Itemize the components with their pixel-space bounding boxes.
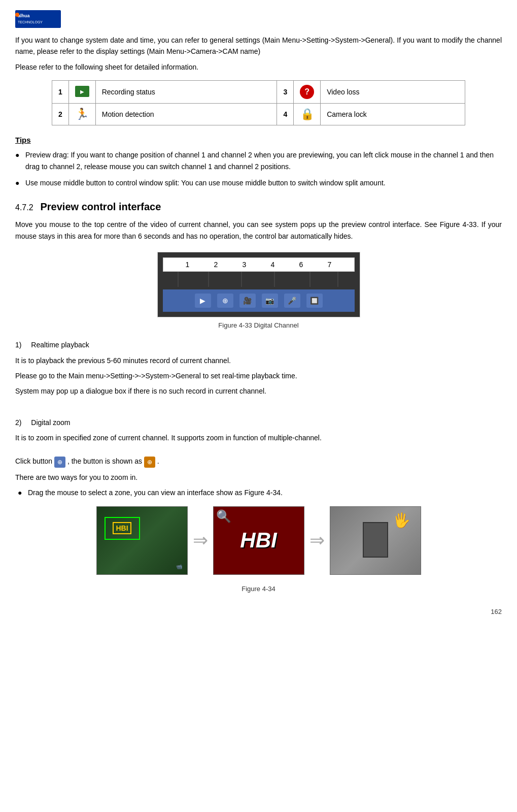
zoom-image-2: HBI 🔍 (213, 506, 304, 575)
section-intro: Move you mouse to the top centre of the … (15, 219, 502, 242)
figure2-images: HBI 📹 ⇒ HBI 🔍 ⇒ 🖐 (15, 506, 502, 575)
row1-label1: Recording status (95, 81, 277, 104)
click-text2: , the button is shown as (67, 457, 142, 465)
intro-line2: Please refer to the following sheet for … (15, 61, 502, 73)
arrow-1: ⇒ (193, 530, 208, 551)
figure2-container: Figure 4-34 (15, 585, 502, 593)
row1-num2: 3 (277, 81, 294, 104)
item1-section: 1) Realtime playback It is to playback t… (15, 339, 502, 397)
zoom-button-normal[interactable]: ⊕ (54, 457, 65, 468)
dc-btn-3[interactable]: 🎥 (239, 294, 256, 308)
dc-num-2: 2 (214, 261, 218, 269)
zoom-glass-icon: 🔍 (216, 509, 231, 524)
tip-item-1: Preview drag: If you want to change posi… (15, 149, 502, 172)
row2-num2: 4 (277, 104, 294, 125)
figure2-caption: Figure 4-34 (15, 585, 502, 593)
motion-icon: 🏃 (75, 108, 89, 120)
item1-line1: It is to playback the previous 5-60 minu… (15, 355, 502, 366)
section-heading: 4.7.2 Preview control interface (15, 201, 502, 213)
item2-title: Digital zoom (31, 418, 70, 427)
item1-line2: Please go to the Main menu->Setting->->S… (15, 370, 502, 381)
click-text3: . (157, 457, 159, 465)
dc-btn-2[interactable]: ⊕ (217, 294, 233, 308)
item2-num: 2) (15, 418, 21, 427)
row2-label2: Camera lock (321, 104, 465, 125)
table-row: 2 🏃 Motion detection 4 🔒 Camera lock (52, 104, 465, 125)
hbi-label: HBI (113, 522, 131, 534)
dc-num-7: 7 (328, 261, 332, 269)
status-table: 1 Recording status 3 ? Video loss 2 🏃 Mo… (52, 80, 465, 125)
item1-title: Realtime playback (31, 341, 89, 349)
row1-icon1 (68, 81, 95, 104)
dc-btn-4[interactable]: 📷 (262, 294, 278, 308)
figure1-caption: Figure 4-33 Digital Channel (15, 321, 502, 329)
click-text1: Click button (15, 457, 52, 465)
svg-text:alhua: alhua (18, 13, 30, 18)
intro-line1: If you want to change system date and ti… (15, 35, 502, 57)
item2-line1: It is to zoom in specified zone of curre… (15, 432, 502, 443)
item1-line3: System may pop up a dialogue box if ther… (15, 385, 502, 397)
tips-list: Preview drag: If you want to change posi… (15, 149, 502, 188)
dc-num-1: 1 (186, 261, 190, 269)
zoom-intro-text: There are two ways for you to zoom in. (15, 472, 502, 483)
question-icon: ? (300, 85, 314, 99)
row2-num1: 2 (52, 104, 68, 125)
tips-title: Tips (15, 136, 502, 144)
table-row: 1 Recording status 3 ? Video loss (52, 81, 465, 104)
lock-icon: 🔒 (300, 108, 314, 121)
item1-header: 1) Realtime playback (15, 339, 502, 350)
row2-icon2: 🔒 (294, 104, 321, 125)
dc-num-4: 4 (271, 261, 275, 269)
item1-num: 1) (15, 341, 21, 349)
zoom-image-3: 🖐 (330, 506, 421, 575)
svg-point-3 (15, 13, 19, 17)
hand-cursor-icon: 🖐 (393, 512, 410, 529)
dc-btn-5[interactable]: 🎤 (284, 294, 300, 308)
arrow-2: ⇒ (309, 530, 325, 551)
figure1-container: 1 2 3 4 6 7 ▶ ⊕ 🎥 📷 🎤 🔲 Figure 4-33 Digi… (15, 252, 502, 329)
section-num: 4.7.2 (15, 203, 33, 212)
logo-area: alhua TECHNOLOGY (15, 10, 502, 29)
row2-icon1: 🏃 (68, 104, 95, 125)
zoom-image-1: HBI 📹 (96, 506, 188, 575)
tip-item-2: Use mouse middle button to control windo… (15, 177, 502, 188)
dc-num-3: 3 (243, 261, 247, 269)
digital-channel-image: 1 2 3 4 6 7 ▶ ⊕ 🎥 📷 🎤 🔲 (157, 252, 360, 317)
dahua-logo: alhua TECHNOLOGY (15, 10, 61, 28)
intro-section: If you want to change system date and ti… (15, 35, 502, 73)
row1-label2: Video loss (321, 81, 465, 104)
dc-buttons: ▶ ⊕ 🎥 📷 🎤 🔲 (163, 289, 355, 312)
row1-num1: 1 (52, 81, 68, 104)
dc-numbers: 1 2 3 4 6 7 (163, 257, 355, 272)
door-shape (363, 522, 388, 558)
drag-item: Drag the mouse to select a zone, you can… (18, 487, 502, 498)
row1-icon2: ? (294, 81, 321, 104)
record-icon (75, 86, 89, 97)
svg-text:TECHNOLOGY: TECHNOLOGY (18, 20, 43, 24)
item2-header: 2) Digital zoom (15, 417, 502, 428)
dc-btn-6[interactable]: 🔲 (306, 294, 323, 308)
section-title: Preview control interface (40, 201, 161, 212)
tips-section: Tips Preview drag: If you want to change… (15, 136, 502, 188)
hbi-large-text: HBI (240, 528, 277, 553)
page-number: 162 (15, 608, 502, 615)
green-selection-box: HBI (105, 517, 140, 540)
bg-detail: 📹 (176, 564, 182, 569)
item2-section: 2) Digital zoom It is to zoom in specifi… (15, 417, 502, 444)
row2-label1: Motion detection (95, 104, 277, 125)
drag-list: Drag the mouse to select a zone, you can… (18, 487, 502, 498)
dc-num-6: 6 (299, 261, 303, 269)
connector-lines (163, 272, 356, 287)
dc-btn-1[interactable]: ▶ (195, 294, 211, 308)
zoom-button-active[interactable]: ⊕ (144, 457, 155, 468)
click-button-text: Click button ⊕ , the button is shown as … (15, 456, 502, 467)
